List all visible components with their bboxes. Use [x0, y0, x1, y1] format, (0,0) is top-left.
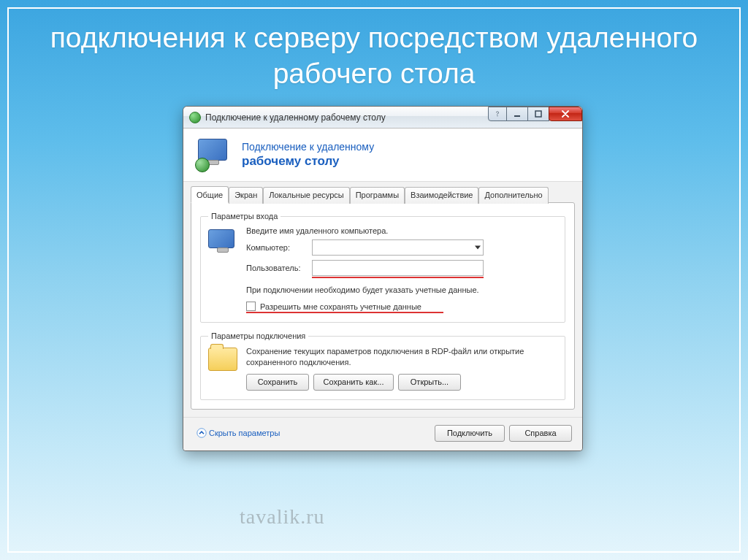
- save-creds-label: Разрешить мне сохранять учетные данные: [260, 302, 421, 311]
- computer-input[interactable]: [312, 239, 484, 256]
- window-controls: [489, 107, 582, 128]
- login-group: Параметры входа Введите имя удаленного к…: [200, 212, 565, 323]
- connection-group-legend: Параметры подключения: [208, 331, 308, 340]
- banner: Подключение к удаленному рабочему столу: [183, 129, 582, 182]
- titlebar[interactable]: Подключение к удаленному рабочему столу: [183, 107, 582, 129]
- login-note: При подключении необходимо будет указать…: [246, 285, 557, 294]
- minimize-button[interactable]: [506, 107, 528, 121]
- connection-desc: Сохранение текущих параметров подключени…: [246, 346, 557, 368]
- window-title: Подключение к удаленному рабочему столу: [205, 112, 489, 123]
- open-button[interactable]: Открыть...: [398, 374, 461, 391]
- rdp-window: Подключение к удаленному рабочему столу …: [183, 106, 583, 451]
- user-input[interactable]: [312, 260, 484, 276]
- svg-rect-1: [535, 111, 541, 117]
- hide-params-label: Скрыть параметры: [209, 429, 280, 437]
- annotation-underline-user: [312, 277, 484, 278]
- connection-buttons: Сохранить Сохранить как... Открыть...: [246, 374, 557, 391]
- tab-local-resources[interactable]: Локальные ресурсы: [263, 187, 349, 204]
- annotation-underline-checkbox: [246, 312, 443, 313]
- tab-programs[interactable]: Программы: [350, 187, 405, 204]
- computer-row: Компьютер:: [246, 239, 557, 256]
- user-row: Пользователь:: [246, 260, 557, 276]
- computer-combo[interactable]: [312, 239, 484, 256]
- footer: Скрыть параметры Подключить Справка: [183, 417, 582, 450]
- svg-point-2: [197, 429, 206, 437]
- help-footer-button[interactable]: Справка: [509, 425, 572, 442]
- save-creds-row[interactable]: Разрешить мне сохранять учетные данные: [246, 302, 557, 311]
- tab-experience[interactable]: Взаимодействие: [405, 187, 478, 204]
- banner-line1: Подключение к удаленному: [242, 140, 374, 153]
- login-group-legend: Параметры входа: [208, 212, 280, 220]
- help-button[interactable]: [488, 107, 507, 121]
- save-creds-checkbox[interactable]: [246, 302, 256, 311]
- user-label: Пользователь:: [246, 264, 312, 272]
- login-hint: Введите имя удаленного компьютера.: [246, 226, 557, 235]
- svg-rect-0: [514, 115, 520, 117]
- tab-panel-general: Параметры входа Введите имя удаленного к…: [191, 202, 575, 410]
- hide-params-link[interactable]: Скрыть параметры: [196, 428, 280, 438]
- connection-group: Параметры подключения Сохранение текущих…: [200, 331, 565, 400]
- banner-text: Подключение к удаленному рабочему столу: [242, 140, 374, 169]
- chevron-up-icon: [196, 428, 207, 438]
- computer-label: Компьютер:: [246, 243, 312, 252]
- tab-display[interactable]: Экран: [229, 187, 263, 204]
- rdp-banner-icon: [196, 139, 232, 171]
- save-as-button[interactable]: Сохранить как...: [313, 374, 394, 391]
- rdp-app-icon: [189, 112, 201, 123]
- close-button[interactable]: [549, 107, 582, 121]
- tab-general[interactable]: Общие: [191, 186, 229, 203]
- maximize-button[interactable]: [527, 107, 549, 121]
- save-button[interactable]: Сохранить: [246, 374, 309, 391]
- tab-strip: Общие Экран Локальные ресурсы Программы …: [191, 186, 575, 203]
- folder-icon: [208, 346, 237, 371]
- tab-advanced[interactable]: Дополнительно: [478, 187, 548, 204]
- content-area: Общие Экран Локальные ресурсы Программы …: [183, 182, 582, 417]
- banner-line2: рабочему столу: [242, 153, 374, 169]
- connect-button[interactable]: Подключить: [435, 425, 505, 442]
- computer-icon: [208, 229, 237, 258]
